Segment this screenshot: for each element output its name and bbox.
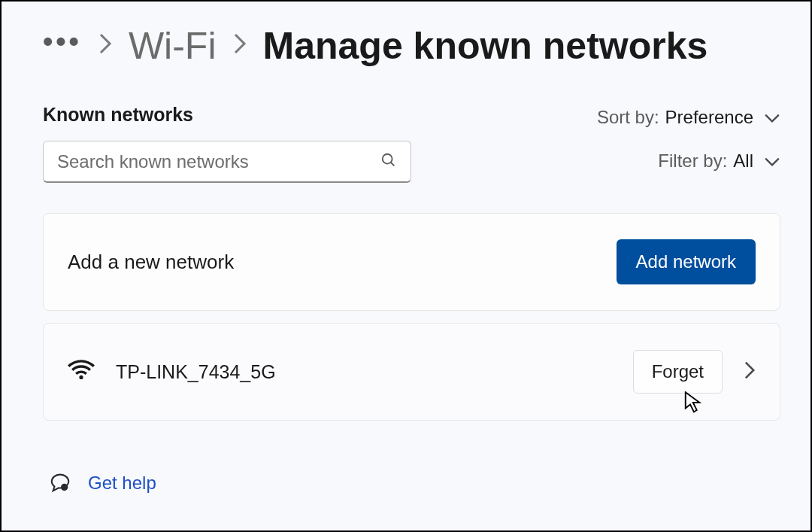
- breadcrumb-wifi[interactable]: Wi-Fi: [129, 24, 217, 68]
- filter-value: All: [733, 150, 753, 172]
- page-title: Manage known networks: [263, 24, 708, 68]
- network-info: TP-LINK_7434_5G: [68, 360, 276, 384]
- add-network-button[interactable]: Add network: [617, 239, 756, 284]
- add-network-card: Add a new network Add network: [43, 213, 780, 311]
- help-icon: ?: [49, 470, 71, 496]
- breadcrumb-overflow[interactable]: •••: [43, 27, 82, 65]
- controls-row: Known networks Sort by: Preference Filte…: [43, 104, 780, 183]
- network-name: TP-LINK_7434_5G: [116, 361, 276, 383]
- network-row[interactable]: TP-LINK_7434_5G Forget: [43, 323, 780, 421]
- chevron-right-icon[interactable]: [744, 360, 756, 383]
- search-box[interactable]: [43, 141, 411, 183]
- sort-label: Sort by:: [597, 107, 659, 128]
- help-row: ? Get help: [43, 470, 780, 496]
- filter-label: Filter by:: [658, 150, 727, 172]
- add-network-label: Add a new network: [68, 251, 234, 274]
- forget-button[interactable]: Forget: [633, 350, 723, 394]
- chevron-down-icon: [764, 107, 780, 128]
- chevron-right-icon: [233, 32, 247, 61]
- svg-point-0: [383, 154, 392, 163]
- search-input[interactable]: [57, 151, 380, 172]
- section-title: Known networks: [43, 104, 411, 126]
- sort-value: Preference: [665, 107, 753, 128]
- chevron-down-icon: [764, 150, 780, 172]
- svg-line-1: [391, 162, 395, 166]
- svg-text:?: ?: [62, 485, 66, 491]
- chevron-right-icon: [98, 32, 112, 61]
- search-icon: [380, 152, 397, 172]
- get-help-link[interactable]: Get help: [88, 473, 156, 494]
- sort-dropdown[interactable]: Sort by: Preference: [597, 107, 780, 128]
- breadcrumb: ••• Wi-Fi Manage known networks: [43, 24, 780, 68]
- filter-dropdown[interactable]: Filter by: All: [658, 150, 780, 172]
- wifi-icon: [68, 360, 95, 384]
